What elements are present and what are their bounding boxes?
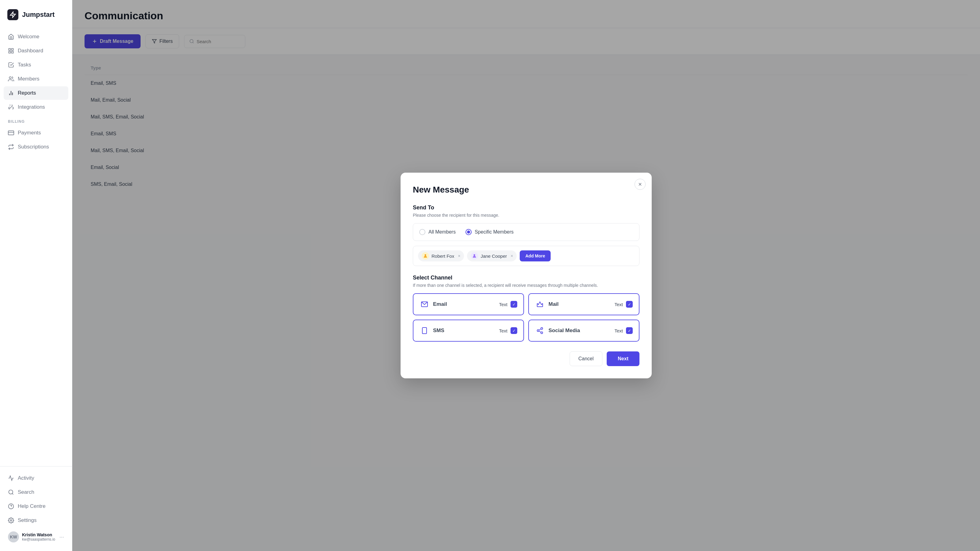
svg-line-14 [12, 494, 13, 495]
sidebar-item-integrations[interactable]: Integrations [4, 100, 68, 114]
channel-email[interactable]: Email Text ✓ [413, 293, 524, 315]
avatar-icon-robert [423, 254, 428, 258]
social-channel-icon [535, 326, 545, 335]
svg-rect-1 [9, 49, 11, 51]
sidebar-label-settings: Settings [18, 517, 37, 524]
sms-checkbox[interactable]: ✓ [511, 327, 517, 334]
plug-icon [8, 104, 14, 110]
modal-title: New Message [413, 185, 640, 195]
all-members-option[interactable]: All Members [419, 229, 456, 235]
sidebar-label-dashboard: Dashboard [18, 48, 43, 54]
sidebar-label-members: Members [18, 76, 40, 82]
app-name: Jumpstart [22, 11, 54, 19]
sidebar-item-dashboard[interactable]: Dashboard [4, 44, 68, 57]
svg-point-17 [10, 520, 12, 521]
channels-grid: Email Text ✓ Mail [413, 293, 640, 341]
sidebar-label-search: Search [18, 489, 34, 495]
billing-section-label: BILLING [4, 114, 68, 125]
mail-channel-icon [535, 299, 545, 309]
svg-rect-2 [12, 49, 13, 51]
sidebar: Jumpstart Welcome Dashboard Tasks Member… [0, 0, 72, 551]
sidebar-label-integrations: Integrations [18, 104, 45, 110]
mail-checkbox[interactable]: ✓ [626, 301, 633, 308]
user-profile[interactable]: KW Kristin Watson kw@saaspatterns.io ··· [4, 528, 68, 546]
home-icon [8, 34, 14, 40]
avatar: KW [8, 531, 19, 542]
specific-members-option[interactable]: Specific Members [466, 229, 514, 235]
channel-mail[interactable]: Mail Text ✓ [528, 293, 640, 315]
sidebar-item-welcome[interactable]: Welcome [4, 30, 68, 43]
select-channel-label: Select Channel [413, 275, 640, 281]
radio-inner-dot [467, 230, 470, 233]
sidebar-item-payments[interactable]: Payments [4, 126, 68, 140]
svg-point-26 [474, 254, 475, 256]
main-nav: Welcome Dashboard Tasks Members Reports … [0, 27, 72, 466]
svg-line-33 [539, 331, 541, 332]
activity-icon [8, 475, 14, 481]
sidebar-label-tasks: Tasks [18, 62, 31, 68]
modal-close-button[interactable] [635, 179, 646, 190]
avatar-robert [422, 252, 429, 260]
repeat-icon [8, 144, 14, 150]
channel-social[interactable]: Social Media Text ✓ [528, 319, 640, 341]
svg-point-32 [541, 332, 542, 333]
credit-card-icon [8, 130, 14, 136]
new-message-modal: New Message Send To Please choose the re… [401, 173, 652, 378]
modal-overlay[interactable]: New Message Send To Please choose the re… [72, 0, 980, 551]
sidebar-label-activity: Activity [18, 475, 34, 481]
svg-point-31 [537, 330, 539, 332]
remove-jane-button[interactable]: × [511, 254, 513, 258]
select-channel-description: If more than one channel is selected, a … [413, 283, 640, 288]
settings-icon [8, 517, 14, 524]
sidebar-item-reports[interactable]: Reports [4, 86, 68, 100]
user-email: kw@saaspatterns.io [22, 537, 56, 541]
avatar-jane [471, 252, 478, 260]
help-circle-icon [8, 503, 14, 510]
sidebar-label-help: Help Centre [18, 503, 46, 510]
sidebar-label-welcome: Welcome [18, 34, 40, 40]
sidebar-item-help[interactable]: Help Centre [4, 500, 68, 513]
sidebar-item-subscriptions[interactable]: Subscriptions [4, 140, 68, 154]
sidebar-item-settings[interactable]: Settings [4, 514, 68, 527]
bar-chart-icon [8, 90, 14, 96]
svg-rect-3 [12, 51, 13, 53]
recipient-tag-robert[interactable]: Robert Fox × [418, 250, 464, 261]
add-more-button[interactable]: Add More [520, 250, 550, 261]
specific-members-radio[interactable] [466, 229, 472, 235]
main-content: Communication Draft Message Filters Type… [72, 0, 980, 551]
sidebar-bottom: Activity Search Help Centre Settings KW … [0, 466, 72, 551]
sidebar-item-members[interactable]: Members [4, 72, 68, 86]
sidebar-label-payments: Payments [18, 130, 41, 136]
modal-footer: Cancel Next [413, 351, 640, 366]
send-to-label: Send To [413, 205, 640, 211]
search-icon [8, 489, 14, 495]
users-icon [8, 76, 14, 82]
logo-icon [7, 9, 18, 20]
check-square-icon [8, 62, 14, 68]
svg-point-25 [425, 254, 426, 256]
sidebar-label-subscriptions: Subscriptions [18, 144, 49, 150]
svg-point-13 [9, 490, 13, 494]
social-checkbox[interactable]: ✓ [626, 327, 633, 334]
channel-sms[interactable]: SMS Text ✓ [413, 319, 524, 341]
svg-line-34 [539, 329, 541, 330]
svg-rect-11 [8, 131, 14, 135]
sidebar-item-search[interactable]: Search [4, 486, 68, 499]
sidebar-item-activity[interactable]: Activity [4, 472, 68, 485]
sms-channel-icon [420, 326, 430, 335]
cancel-button[interactable]: Cancel [570, 351, 603, 366]
email-checkbox[interactable]: ✓ [511, 301, 517, 308]
svg-rect-4 [9, 51, 11, 53]
close-icon [638, 182, 643, 187]
next-button[interactable]: Next [607, 351, 640, 366]
user-more-icon[interactable]: ··· [59, 534, 64, 540]
sidebar-item-tasks[interactable]: Tasks [4, 58, 68, 71]
recipient-tag-jane[interactable]: Jane Cooper × [467, 250, 517, 261]
svg-point-5 [9, 77, 11, 79]
all-members-radio[interactable] [419, 229, 425, 235]
remove-robert-button[interactable]: × [458, 254, 460, 258]
avatar-icon-jane [472, 254, 477, 258]
svg-marker-0 [10, 12, 16, 17]
app-logo[interactable]: Jumpstart [0, 0, 72, 27]
recipient-type-group: All Members Specific Members [413, 223, 640, 241]
